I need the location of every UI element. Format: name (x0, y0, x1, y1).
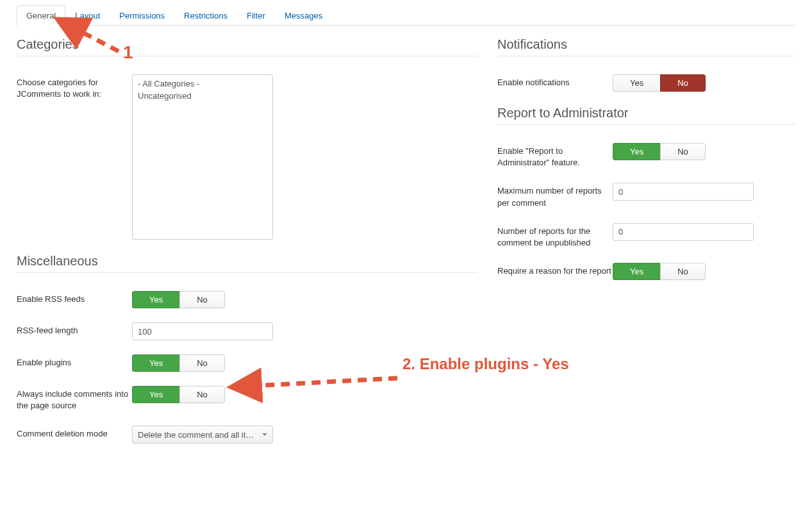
tab-restrictions[interactable]: Restrictions (174, 5, 237, 26)
enable-report-label: Enable "Report to Administrator" feature… (497, 143, 613, 169)
max-reports-input[interactable] (613, 183, 754, 201)
enable-plugins-no[interactable]: No (179, 354, 225, 372)
tab-general[interactable]: General (17, 5, 65, 26)
enable-plugins-toggle: Yes No (132, 354, 225, 372)
category-option-all[interactable]: - All Categories - (135, 78, 270, 90)
require-reason-label: Require a reason for the report (497, 263, 613, 277)
always-include-no[interactable]: No (179, 386, 225, 403)
deletion-mode-value: Delete the comment and all it… (138, 430, 254, 440)
chevron-down-icon (262, 433, 267, 436)
always-include-yes[interactable]: Yes (132, 386, 179, 403)
enable-rss-toggle: Yes No (132, 291, 225, 308)
enable-notifications-toggle: Yes No (613, 74, 706, 92)
enable-plugins-label: Enable plugins (17, 354, 132, 369)
categories-select[interactable]: - All Categories - Uncategorised (132, 74, 273, 240)
section-report-title: Report to Administrator (497, 106, 795, 125)
tab-messages[interactable]: Messages (275, 5, 332, 26)
reports-unpub-label: Number of reports for the comment be unp… (497, 223, 613, 249)
enable-rss-label: Enable RSS feeds (17, 291, 132, 305)
section-misc-title: Miscellaneous (17, 254, 478, 273)
tab-permissions[interactable]: Permissions (110, 5, 174, 26)
deletion-mode-select[interactable]: Delete the comment and all it… (132, 426, 273, 444)
enable-plugins-yes[interactable]: Yes (132, 354, 179, 372)
enable-report-no[interactable]: No (660, 143, 706, 160)
rss-length-input[interactable] (132, 322, 273, 340)
section-notifications-title: Notifications (497, 37, 795, 56)
enable-rss-yes[interactable]: Yes (132, 291, 179, 308)
enable-rss-no[interactable]: No (179, 291, 225, 308)
section-categories-title: Categories (17, 37, 478, 56)
category-option-uncategorised[interactable]: Uncategorised (135, 90, 270, 102)
enable-notifications-label: Enable notifications (497, 74, 613, 88)
deletion-mode-label: Comment deletion mode (17, 426, 132, 440)
require-reason-yes[interactable]: Yes (613, 263, 660, 280)
reports-unpub-input[interactable] (613, 223, 754, 241)
rss-length-label: RSS-feed length (17, 322, 132, 337)
tab-filter[interactable]: Filter (237, 5, 275, 26)
always-include-toggle: Yes No (132, 386, 225, 403)
max-reports-label: Maximum number of reports per comment (497, 183, 613, 208)
require-reason-no[interactable]: No (660, 263, 706, 280)
tab-layout[interactable]: Layout (65, 5, 110, 26)
enable-report-yes[interactable]: Yes (613, 143, 660, 160)
settings-tabs: General Layout Permissions Restrictions … (17, 5, 795, 26)
enable-notifications-no[interactable]: No (660, 74, 706, 92)
require-reason-toggle: Yes No (613, 263, 706, 280)
enable-report-toggle: Yes No (613, 143, 706, 160)
always-include-label: Always include comments into the page so… (17, 386, 132, 411)
enable-notifications-yes[interactable]: Yes (613, 74, 660, 92)
choose-categories-label: Choose categories for JComments to work … (17, 74, 132, 100)
